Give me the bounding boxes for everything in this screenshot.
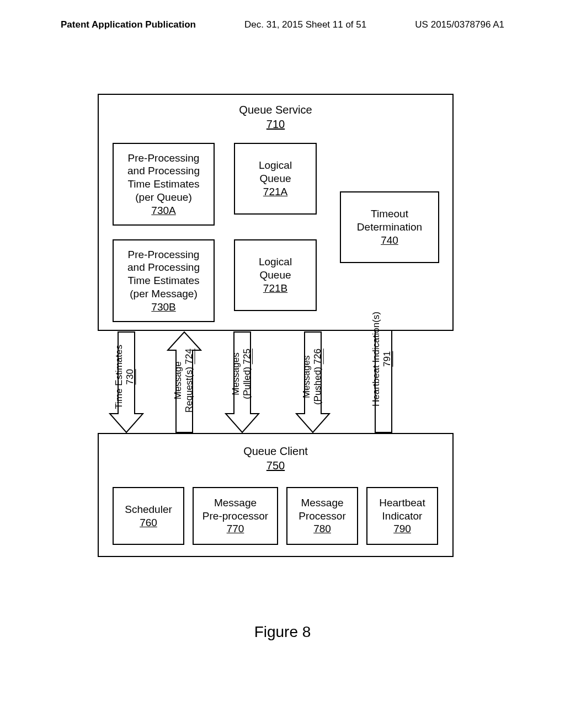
heartbeat-ref: 791	[382, 351, 392, 367]
header-center: Dec. 31, 2015 Sheet 11 of 51	[244, 19, 366, 30]
msg-pulled-text2: (Pulled)	[242, 367, 252, 399]
est-a-ref: 730A	[151, 204, 175, 217]
logical-queue-a-box: Logical Queue 721A	[234, 143, 317, 215]
preproc-line1: Message	[214, 496, 257, 510]
estimates-per-queue-box: Pre-Processing and Processing Time Estim…	[113, 143, 215, 226]
timeout-line2: Determination	[357, 221, 422, 234]
message-requests-label: Message Request(s) 724	[173, 349, 195, 413]
est-b-ref: 730B	[151, 301, 175, 314]
timeout-line1: Timeout	[371, 207, 408, 221]
est-b-line4: (per Message)	[130, 287, 198, 301]
messages-pulled-label: Messages (Pulled) 725	[231, 349, 253, 399]
msg-pulled-ref: 725	[242, 349, 252, 364]
msg-pulled-text1: Messages	[231, 352, 241, 395]
preproc-ref: 770	[227, 522, 244, 536]
logical-b-line2: Queue	[259, 269, 291, 282]
time-est-ref: 730	[125, 369, 135, 384]
est-a-line2: and Processing	[127, 164, 200, 178]
msg-pushed-ref: 726	[312, 349, 323, 364]
est-b-line1: Pre-Processing	[128, 248, 200, 261]
est-a-line4: (per Queue)	[135, 191, 191, 204]
header-right: US 2015/0378796 A1	[415, 19, 504, 30]
proc-line2: Processor	[299, 510, 346, 523]
est-b-line2: and Processing	[127, 261, 200, 274]
logical-queue-b-box: Logical Queue 721B	[234, 239, 317, 311]
est-a-line3: Time Estimates	[127, 178, 199, 191]
arrows-svg	[98, 331, 454, 433]
queue-service-ref: 710	[266, 118, 285, 130]
time-estimates-label: Time Estimates 730	[114, 345, 136, 409]
processor-box: Message Processor 780	[286, 487, 358, 545]
header-left: Patent Application Publication	[61, 19, 196, 30]
msg-req-text1: Message	[173, 362, 183, 400]
messages-pushed-label: Messages (Pushed) 726	[301, 349, 324, 405]
queue-client-ref: 750	[266, 459, 285, 472]
time-est-text: Time Estimates	[114, 345, 124, 409]
logical-b-ref: 721B	[263, 282, 287, 295]
queue-service-title: Queue Service 710	[99, 103, 452, 131]
hb-line1: Heartbeat	[379, 496, 425, 510]
proc-ref: 780	[313, 522, 331, 536]
queue-client-title: Queue Client 750	[99, 444, 452, 473]
logical-a-line1: Logical	[259, 159, 292, 172]
est-a-line1: Pre-Processing	[128, 152, 200, 165]
heartbeat-indicator-box: Heartbeat Indicator 790	[366, 487, 438, 545]
queue-service-container: Queue Service 710 Pre-Processing and Pro…	[98, 94, 454, 331]
preprocessor-box: Message Pre-processor 770	[193, 487, 278, 545]
scheduler-ref: 760	[140, 516, 157, 529]
scheduler-label: Scheduler	[125, 503, 172, 516]
queue-service-label: Queue Service	[239, 104, 312, 116]
msg-req-ref: 724	[184, 349, 194, 364]
msg-pushed-text1: Messages	[301, 355, 312, 398]
queue-client-label: Queue Client	[243, 445, 308, 457]
msg-req-text2: Request(s)	[184, 367, 194, 413]
proc-line1: Message	[301, 496, 343, 510]
est-b-line3: Time Estimates	[127, 274, 199, 287]
logical-b-line1: Logical	[259, 255, 292, 269]
logical-a-line2: Queue	[259, 172, 291, 185]
page-header: Patent Application Publication Dec. 31, …	[0, 19, 565, 30]
estimates-per-message-box: Pre-Processing and Processing Time Estim…	[113, 239, 215, 322]
heartbeat-label: Heartbeat Indication(s) 791	[371, 312, 393, 406]
preproc-line2: Pre-processor	[202, 510, 268, 523]
hb-ref: 790	[393, 522, 411, 536]
msg-pushed-text2: (Pushed)	[312, 367, 323, 405]
scheduler-box: Scheduler 760	[113, 487, 184, 545]
timeout-ref: 740	[381, 234, 398, 247]
logical-a-ref: 721A	[263, 185, 287, 199]
queue-client-container: Queue Client 750 Scheduler 760 Message P…	[98, 433, 454, 557]
heartbeat-text: Heartbeat Indication(s)	[371, 312, 381, 406]
figure-label: Figure 8	[0, 623, 565, 641]
diagram-container: Queue Service 710 Pre-Processing and Pro…	[98, 94, 454, 560]
hb-line2: Indicator	[382, 510, 423, 523]
timeout-determination-box: Timeout Determination 740	[340, 191, 439, 263]
